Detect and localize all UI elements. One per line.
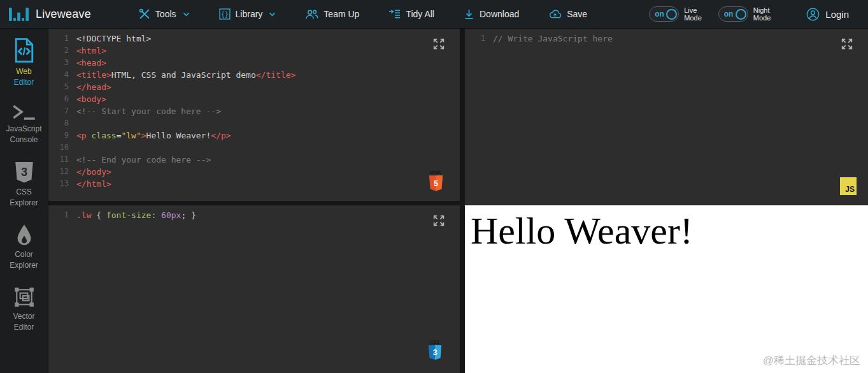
code-text: // Write JavaScript here	[493, 33, 613, 45]
sidebar-item-web-editor[interactable]: WebEditor	[0, 38, 48, 88]
code-line[interactable]: 9<p class="lw">Hello Weaver!</p>	[48, 129, 460, 142]
braces-icon: {}	[219, 8, 231, 20]
toggle-knob	[666, 9, 677, 20]
nav-item-team-up[interactable]: Team Up	[290, 0, 374, 29]
css-code-editor[interactable]: 1.lw { font-size: 60px; }	[48, 205, 460, 221]
navbar-right: on Live Mode on Night Mode	[632, 6, 868, 22]
live-mode-toggle[interactable]: on Live Mode	[649, 6, 702, 22]
html5-badge-icon: HTML 5	[427, 169, 445, 196]
night-mode-toggle[interactable]: on Night Mode	[718, 6, 771, 22]
svg-text:{}: {}	[221, 11, 229, 18]
nav-item-download[interactable]: Download	[449, 0, 534, 29]
nav-item-library[interactable]: {}Library	[204, 0, 291, 29]
line-number: 4	[48, 69, 76, 81]
nav-item-tidy-all[interactable]: Tidy All	[374, 0, 449, 29]
code-text: </html>	[76, 178, 111, 190]
svg-text:CSS: CSS	[430, 340, 439, 344]
code-line[interactable]: 12</body>	[48, 166, 460, 178]
code-line[interactable]: 1// Write JavaScript here	[465, 33, 868, 45]
sidebar-item-css-explorer[interactable]: 3CSSExplorer	[0, 161, 48, 208]
svg-text:HTML: HTML	[430, 170, 442, 175]
nav-item-label: Tools	[155, 9, 176, 19]
sidebar-item-label: JavaScriptConsole	[6, 124, 41, 145]
svg-text:5: 5	[434, 179, 438, 188]
css-shield-icon: 3	[14, 161, 34, 184]
nav-item-label: Library	[236, 9, 263, 19]
night-mode-label: Night Mode	[753, 6, 771, 22]
brand-name: Liveweave	[36, 8, 91, 21]
droplet-icon	[15, 224, 33, 246]
code-line[interactable]: 1.lw { font-size: 60px; }	[48, 209, 460, 221]
nav-item-save[interactable]: Save	[534, 0, 602, 29]
code-line[interactable]: 6<body>	[48, 93, 460, 105]
expand-icon	[432, 37, 446, 51]
code-line[interactable]: 11<!-- End your code here -->	[48, 154, 460, 166]
line-number: 1	[465, 33, 493, 45]
html-code-editor[interactable]: 1<!DOCTYPE html>2<html>3<head>4<title>HT…	[48, 29, 460, 190]
line-number: 6	[48, 93, 76, 105]
sidebar-item-javascript-console[interactable]: JavaScriptConsole	[0, 103, 48, 145]
chevron-down-icon	[269, 12, 276, 17]
code-text: <title>HTML, CSS and JavaScript demo</ti…	[76, 69, 295, 81]
expand-icon	[432, 214, 446, 228]
line-number: 13	[48, 178, 76, 190]
js-code-editor[interactable]: 1// Write JavaScript here	[465, 29, 868, 45]
horizontal-splitter[interactable]	[48, 201, 460, 205]
toggle-state: on	[655, 10, 664, 18]
sidebar-item-label: VectorEditor	[13, 311, 34, 333]
right-column: 1// Write JavaScript here JS Hello Weave…	[465, 29, 868, 373]
code-text: </head>	[76, 81, 111, 93]
expand-icon	[840, 37, 854, 51]
code-text: <p class="lw">Hello Weaver!</p>	[76, 129, 231, 142]
watermark-text: @稀土掘金技术社区	[763, 353, 860, 368]
cloud-save-icon	[548, 9, 562, 19]
code-text: <!-- End your code here -->	[76, 154, 211, 166]
brand[interactable]: Liveweave	[0, 7, 91, 22]
line-number: 7	[48, 105, 76, 117]
code-line[interactable]: 8	[48, 117, 460, 129]
code-text: .lw { font-size: 60px; }	[76, 209, 196, 221]
code-file-icon	[13, 38, 35, 63]
code-line[interactable]: 1<!DOCTYPE html>	[48, 33, 460, 45]
code-line[interactable]: 5</head>	[48, 81, 460, 93]
chevron-down-icon	[183, 12, 190, 17]
vector-icon	[13, 286, 35, 308]
line-number: 12	[48, 166, 76, 178]
vertical-splitter[interactable]	[460, 29, 465, 373]
code-line[interactable]: 4<title>HTML, CSS and JavaScript demo</t…	[48, 69, 460, 81]
sidebar-item-label: CSSExplorer	[10, 187, 38, 208]
expand-html-panel-button[interactable]	[432, 36, 447, 52]
expand-js-panel-button[interactable]	[840, 36, 855, 52]
nav-item-tools[interactable]: Tools	[124, 0, 204, 29]
code-line[interactable]: 13</html>	[48, 178, 460, 190]
people-icon	[305, 9, 318, 20]
nav-item-label: Download	[480, 9, 519, 19]
code-line[interactable]: 7<!-- Start your code here -->	[48, 105, 460, 117]
download-icon	[464, 9, 474, 20]
login-button[interactable]: Login	[806, 8, 849, 21]
sidebar-item-label: WebEditor	[14, 66, 34, 88]
preview-heading: Hello Weaver!	[471, 210, 868, 252]
sidebar-item-vector-editor[interactable]: VectorEditor	[0, 286, 48, 333]
js-editor-panel: 1// Write JavaScript here JS	[465, 29, 868, 205]
code-line[interactable]: 10	[48, 142, 460, 154]
liveweave-logo-icon	[9, 7, 29, 22]
nav-item-label: Team Up	[324, 9, 359, 19]
code-text: <html>	[76, 45, 106, 57]
code-line[interactable]: 2<html>	[48, 45, 460, 57]
html-editor-panel: 1<!DOCTYPE html>2<html>3<head>4<title>HT…	[48, 29, 460, 201]
main-area: 1<!DOCTYPE html>2<html>3<head>4<title>HT…	[48, 29, 868, 373]
css-editor-panel: 1.lw { font-size: 60px; } CSS	[48, 205, 460, 373]
toggle-pill: on	[718, 6, 748, 22]
code-line[interactable]: 3<head>	[48, 57, 460, 69]
line-number: 10	[48, 142, 76, 154]
expand-css-panel-button[interactable]	[432, 213, 447, 228]
live-mode-label: Live Mode	[684, 6, 702, 22]
line-number: 11	[48, 154, 76, 166]
code-text: <!-- Start your code here -->	[76, 105, 221, 117]
tidy-icon	[388, 9, 401, 20]
navbar: Liveweave Tools{}LibraryTeam UpTidy AllD…	[0, 0, 868, 29]
terminal-icon	[11, 103, 37, 121]
nav-item-label: Save	[567, 9, 587, 19]
sidebar-item-color-explorer[interactable]: ColorExplorer	[0, 224, 48, 271]
